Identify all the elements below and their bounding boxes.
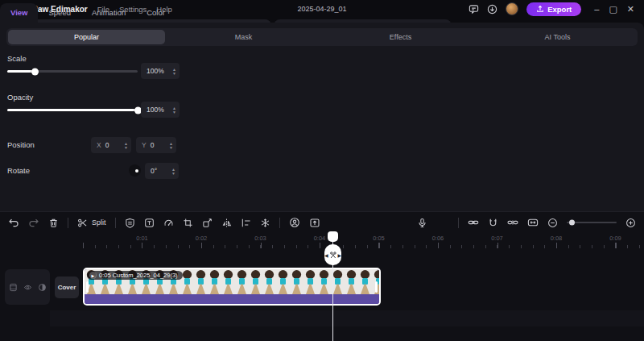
export-icon xyxy=(536,5,544,13)
rotate-dial[interactable] xyxy=(129,164,141,177)
zoom-slider-knob[interactable] xyxy=(569,220,575,226)
tab-color[interactable]: Color xyxy=(136,3,175,23)
delete-icon[interactable] xyxy=(48,218,59,228)
upload-box-icon[interactable] xyxy=(309,217,320,228)
nudge-right-icon[interactable]: ▶ xyxy=(337,252,341,258)
opacity-slider[interactable] xyxy=(7,109,138,111)
tab-view[interactable]: View xyxy=(0,3,38,23)
playhead-handle[interactable] xyxy=(328,231,338,242)
timeline-toolbar: Split xyxy=(0,212,644,233)
rotate-value[interactable]: 0° ▲▼ xyxy=(145,163,179,179)
feedback-icon[interactable] xyxy=(469,4,479,15)
lock-contrast-icon[interactable] xyxy=(38,283,47,292)
redo-icon[interactable] xyxy=(28,217,39,228)
voiceover-mic-icon[interactable] xyxy=(417,218,427,228)
cover-button[interactable]: Cover xyxy=(55,277,79,298)
download-updates-icon[interactable] xyxy=(487,4,497,15)
freeze-icon[interactable] xyxy=(260,218,270,228)
scale-value[interactable]: 100% ▲▼ xyxy=(141,63,180,79)
timeline-ruler[interactable]: 0:01 0:02 0:03 0:04 0:05 0:06 0:07 0:08 … xyxy=(83,235,644,249)
stepper[interactable]: ▲▼ xyxy=(172,106,176,114)
scale-label: Scale xyxy=(7,54,27,63)
text-tool-icon[interactable] xyxy=(144,218,155,228)
ruler-tick: 0:04 xyxy=(314,235,326,242)
minimize-button[interactable]: – xyxy=(594,4,599,15)
timeline-clip[interactable]: ▶ 0:05 Custom_2025_04_29(3) xyxy=(83,268,381,306)
track-header xyxy=(5,269,50,305)
ruler-tick: 0:01 xyxy=(136,235,148,242)
maximize-button[interactable]: ▢ xyxy=(609,4,617,15)
split-icon[interactable] xyxy=(77,218,88,228)
visibility-icon[interactable] xyxy=(23,283,32,292)
nudge-left-icon[interactable]: ◀ xyxy=(324,252,328,258)
position-y-input[interactable]: Y0 ▲▼ xyxy=(136,137,176,153)
subtab-mask[interactable]: Mask xyxy=(165,30,322,44)
timeline-section: Split 0:01 xyxy=(0,211,644,341)
ruler-tick: 0:09 xyxy=(609,235,621,242)
ruler-tick: 0:07 xyxy=(491,235,503,242)
rotate-label: Rotate xyxy=(7,166,30,175)
ruler-tick: 0:02 xyxy=(196,235,208,242)
crop-icon[interactable] xyxy=(183,218,193,228)
zoom-in-icon[interactable] xyxy=(625,218,636,228)
track-type-icon xyxy=(9,283,18,292)
avatar[interactable] xyxy=(506,2,518,15)
ruler-tick: 0:08 xyxy=(551,235,563,242)
subtab-effects[interactable]: Effects xyxy=(322,30,479,44)
stepper[interactable]: ▲▼ xyxy=(171,168,175,175)
clip-audio-band xyxy=(85,294,379,304)
playhead-split-button[interactable]: ◀ ▶ xyxy=(324,244,341,265)
timeline-zoom-slider[interactable] xyxy=(567,222,617,223)
zoom-out-icon[interactable] xyxy=(547,218,558,228)
export-button[interactable]: Export xyxy=(526,2,581,16)
link-icon[interactable] xyxy=(468,217,479,228)
stepper[interactable]: ▲▼ xyxy=(172,68,176,75)
opacity-label: Opacity xyxy=(7,93,33,102)
tab-animation[interactable]: Animation xyxy=(81,3,136,23)
align-icon[interactable] xyxy=(241,218,251,228)
clip-trim-handle-left[interactable] xyxy=(86,281,89,293)
position-label: Position xyxy=(7,140,35,149)
scale-slider[interactable] xyxy=(7,70,138,73)
subtab-ai-tools[interactable]: AI Tools xyxy=(479,30,636,44)
track-lane-empty xyxy=(50,310,644,326)
position-x-input[interactable]: X0 ▲▼ xyxy=(91,137,131,153)
scale-slider-knob[interactable] xyxy=(31,68,39,75)
subtab-popular[interactable]: Popular xyxy=(8,30,165,44)
fit-timeline-icon[interactable] xyxy=(527,217,539,228)
split-label[interactable]: Split xyxy=(92,218,106,227)
clip-play-icon: ▶ xyxy=(89,272,97,279)
face-swap-icon[interactable] xyxy=(289,217,300,228)
clip-trim-handle-right[interactable] xyxy=(375,281,378,293)
app-window: ▶ HitPaw Edimakor File Settings Help 202… xyxy=(0,0,644,341)
opacity-value[interactable]: 100% ▲▼ xyxy=(141,102,180,118)
close-button[interactable]: ✕ xyxy=(627,4,634,15)
ruler-tick: 0:06 xyxy=(432,235,444,242)
scissors-icon xyxy=(328,251,337,259)
mask-icon[interactable] xyxy=(125,218,135,228)
unlink-icon[interactable] xyxy=(507,217,518,228)
speed-icon[interactable] xyxy=(163,218,174,228)
stepper[interactable]: ▲▼ xyxy=(124,142,128,149)
flip-icon[interactable] xyxy=(221,218,232,228)
tab-speed[interactable]: Speed xyxy=(38,3,80,23)
undo-icon[interactable] xyxy=(8,217,19,228)
scale-tool-icon[interactable] xyxy=(202,218,213,228)
ruler-tick: 0:03 xyxy=(254,235,266,242)
properties-subtabs: Popular Mask Effects AI Tools xyxy=(6,28,638,46)
ruler-tick: 0:05 xyxy=(373,235,385,242)
properties-panel: View Speed Animation Color Popular Mask … xyxy=(0,0,188,191)
stepper[interactable]: ▲▼ xyxy=(169,142,173,149)
clip-label: ▶ 0:05 Custom_2025_04_29(3) xyxy=(87,271,183,280)
snap-magnet-icon[interactable] xyxy=(488,218,498,228)
